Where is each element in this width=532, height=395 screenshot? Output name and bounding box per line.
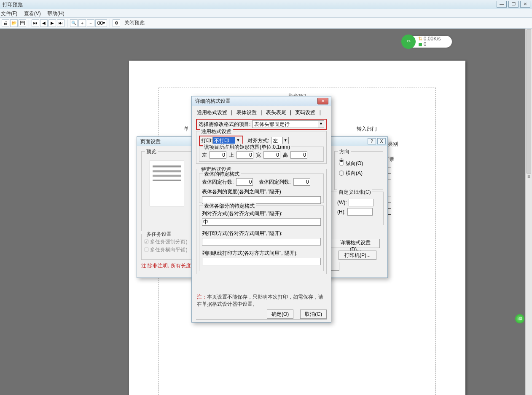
grp-body-spec-legend: 表体的特定格式 — [203, 171, 241, 178]
close-preview-button[interactable]: 关闭预览 — [124, 19, 145, 27]
chevron-down-icon: ▼ — [282, 137, 288, 144]
print-icon[interactable]: 🖨 — [2, 19, 9, 27]
window-close-button[interactable]: ✕ — [520, 1, 530, 8]
app-title: 打印预览 — [3, 2, 23, 8]
settings-icon[interactable]: ⚙ — [113, 19, 120, 27]
menu-view[interactable]: 查看(V) — [24, 11, 41, 16]
field-zhuanru: 转入部门 — [357, 125, 377, 133]
vertical-scrollbar[interactable]: ≡ — [525, 29, 532, 395]
chk-tile: ☐ 多任务横向平铺( — [144, 246, 192, 254]
tab-headfoot[interactable]: 表头表尾 — [263, 109, 289, 116]
input-col-align[interactable] — [202, 218, 321, 226]
select-item-value: 表体头部固定行 — [253, 121, 318, 128]
grp-custom-paper-legend: 自定义纸张(C) — [337, 189, 372, 196]
lbl-fixed-cols: 表体固定列数: — [259, 179, 290, 186]
detail-close-button[interactable]: ✕ — [317, 98, 328, 104]
input-width-r[interactable] — [263, 151, 280, 159]
input-top[interactable] — [236, 151, 253, 159]
detail-tabs: 通用格式设置 | 表体设置 | 表头表尾 | 页码设置 | — [194, 109, 328, 116]
print-value: 不打印 — [213, 137, 235, 144]
lbl-width-r: 宽 — [256, 152, 261, 159]
select-item-dropdown[interactable]: 表体头部固定行 ▼ — [252, 120, 324, 128]
tab-body[interactable]: 表体设置 — [234, 109, 259, 116]
lbl-fixed-rows: 表体固定行数: — [202, 179, 234, 186]
btn-detail-format[interactable]: 详细格式设置(D)... — [331, 239, 380, 248]
input-custom-width[interactable] — [349, 199, 374, 206]
chevron-down-icon: ▼ — [235, 137, 241, 144]
btn-printer[interactable]: 打印机(P)... — [339, 251, 376, 260]
input-custom-height[interactable] — [347, 208, 373, 216]
last-page-icon[interactable]: ⏭ — [57, 19, 64, 27]
window-maximize-button[interactable]: ❐ — [508, 1, 519, 8]
menubar: 文件(F) 查看(V) 帮助(H) — [0, 9, 532, 18]
preview-thumbnail — [150, 160, 184, 206]
detail-format-title: 详细的格式设置 ✕ — [192, 96, 331, 106]
radio-landscape[interactable]: 横向(A) — [339, 170, 379, 177]
lbl-align: 对齐方式: — [247, 137, 269, 144]
grp-direction-legend: 方向 — [338, 148, 351, 155]
zoom-select-icon[interactable]: 🔍 — [70, 19, 78, 27]
page-setup-help-button[interactable]: ? — [368, 138, 376, 144]
btn-cancel[interactable]: 取消(C) — [300, 310, 327, 319]
detail-format-dialog: 详细的格式设置 ✕ 通用格式设置 | 表体设置 | 表头表尾 | 页码设置 | … — [191, 96, 331, 323]
grp-parts-legend: 表体各部分的特定格式 — [203, 203, 256, 210]
lbl-height-r: 高 — [283, 152, 288, 159]
chk-force-page: ☑ 多任务强制分页( — [144, 238, 192, 246]
lbl-width: (W): — [337, 200, 347, 206]
chevron-down-icon: ▼ — [318, 121, 324, 128]
zoom-out-icon[interactable]: － — [87, 19, 94, 27]
lbl-height: (H): — [337, 209, 346, 215]
save-icon[interactable]: 💾 — [19, 19, 26, 27]
net-speed: 0.00K/s — [424, 36, 441, 42]
toolbar: 🖨 📂 💾 ⏮ ◀ ▶ ⏭ 🔍 ＋ － 00▾ ⚙ 关闭预览 — [0, 18, 532, 29]
menu-help[interactable]: 帮助(H) — [47, 11, 64, 16]
scrollbar-grip-icon: ≡ — [527, 173, 531, 179]
input-fixed-rows[interactable] — [236, 178, 253, 186]
lbl-select-item: 选择需修改格式的项目: — [199, 121, 250, 128]
lbl-col-print: 列打印方式(各对齐方式间用","隔开): — [202, 230, 321, 237]
window-minimize-button[interactable]: — — [497, 1, 507, 8]
wifi-icon: ⌔ — [401, 35, 416, 49]
input-col-print[interactable] — [202, 238, 321, 246]
lbl-print: 打印: — [201, 137, 212, 144]
input-height-r[interactable] — [290, 151, 307, 159]
open-icon[interactable]: 📂 — [10, 19, 18, 27]
lbl-col-widths: 表体各列的宽度(各列之间用","隔开) — [202, 188, 321, 195]
input-fixed-cols[interactable] — [293, 178, 310, 186]
page-setup-note: 注:除非注明, 所有长度 — [141, 262, 191, 270]
side-badge[interactable]: 80 — [515, 314, 524, 323]
grp-multitask-legend: 多任务设置 — [145, 231, 173, 238]
prev-page-icon[interactable]: ◀ — [40, 19, 48, 27]
radio-portrait[interactable]: 纵向(O) — [339, 158, 379, 167]
align-value: 左 — [271, 137, 282, 144]
field-dan: 单 — [184, 125, 189, 133]
menu-file[interactable]: 文件(F) — [1, 11, 17, 16]
network-widget[interactable]: ⌔ ⇅ 0.00K/s ◼ 0 — [406, 36, 452, 48]
scrollbar-thumb[interactable] — [527, 29, 531, 173]
zoom-in-icon[interactable]: ＋ — [78, 19, 86, 27]
input-left[interactable] — [210, 151, 226, 159]
input-col-vline[interactable] — [202, 258, 321, 265]
btn-ok[interactable]: 确定(O) — [267, 310, 293, 319]
lbl-col-align: 列对齐方式(各对齐方式间用","隔开): — [202, 210, 321, 217]
zoom-combo[interactable]: 00▾ — [95, 19, 107, 27]
lbl-col-vline: 列间纵线打印方式(各对齐方式间用","隔开): — [202, 250, 321, 257]
tab-pagenum[interactable]: 页码设置 — [293, 109, 318, 116]
net-conn: 0 — [424, 41, 427, 47]
lbl-left: 左 — [202, 152, 207, 159]
detail-note: 注：本页设置不能保存，只影响本次打印，如需保存，请在单据格式设计器中设置。 — [197, 294, 326, 308]
lbl-top: 上 — [229, 152, 234, 159]
tab-common[interactable]: 通用格式设置 — [194, 109, 230, 116]
app-titlebar: 打印预览 — ❐ ✕ — [0, 0, 532, 9]
grp-preview-legend: 预览 — [145, 148, 158, 155]
first-page-icon[interactable]: ⏮ — [32, 19, 39, 27]
grp-common-legend: 通用格式设置 — [200, 128, 233, 135]
grp-rect-legend: 该项目所占用的矩形范围(单位:0.1mm) — [203, 144, 291, 151]
page-setup-close-button[interactable]: X — [377, 138, 386, 144]
next-page-icon[interactable]: ▶ — [48, 19, 56, 27]
